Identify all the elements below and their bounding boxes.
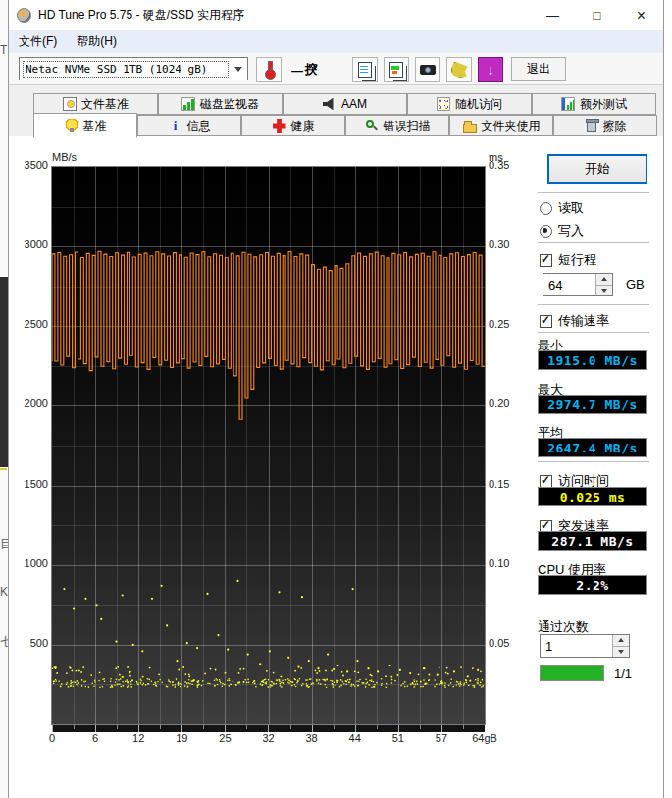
tab-info[interactable]: 信息 — [137, 115, 241, 136]
start-button[interactable]: 开始 — [547, 154, 647, 184]
tab-aam[interactable]: AAM — [283, 93, 407, 115]
x-tick-label: 51 — [392, 732, 404, 744]
menu-help[interactable]: 帮助(H) — [67, 30, 127, 53]
tabstrip: 文件基准 磁盘监视器 AAM 随机访问 额外测试 基准 信息 健康 错误扫描 文… — [9, 85, 663, 136]
benchmark-chart — [52, 167, 485, 724]
exit-button[interactable]: 退出 — [511, 57, 566, 81]
file-benchmark-icon — [63, 97, 77, 111]
hdtune-window: HD Tune Pro 5.75 - 硬盘/SSD 实用程序 — □ × 文件(… — [8, 0, 664, 798]
transfer-rate-checkbox[interactable]: 传输速率 — [540, 312, 609, 330]
x-tick-label: 57 — [436, 732, 447, 744]
background-window-strip: T 目 K 七 — [0, 0, 8, 798]
background-glyph: 目 — [0, 536, 8, 553]
temperature-value: 揬 — [305, 61, 318, 79]
menubar: 文件(F) 帮助(H) — [9, 30, 663, 53]
min-value-display: 1915.0 MB/s — [538, 350, 647, 370]
x-tick-label: 0 — [49, 732, 55, 744]
drive-select-value: Netac NVMe SSD 1TB (1024 gB) — [23, 61, 229, 78]
app-icon — [17, 8, 31, 23]
trash-icon — [587, 121, 596, 132]
maximize-button[interactable]: □ — [575, 0, 619, 30]
y-tick-label: 1000 — [11, 558, 48, 569]
short-stroke-size-value[interactable]: 64 — [543, 274, 595, 295]
short-stroke-checkbox[interactable]: 短行程 — [540, 251, 596, 269]
short-stroke-size-spinner[interactable]: 64 — [543, 273, 613, 296]
chart-canvas — [52, 167, 485, 724]
read-radio[interactable]: 读取 — [540, 199, 584, 217]
tab-folder-usage[interactable]: 文件夹使用 — [449, 115, 553, 136]
y-tick-label: 3000 — [11, 239, 48, 250]
update-button[interactable]: ↓ — [478, 57, 503, 82]
copy-image-icon — [389, 62, 403, 78]
random-access-icon — [437, 97, 450, 111]
toolbar: Netac NVMe SSD 1TB (1024 gB) — 揬 ↓ 退出 — [9, 53, 663, 85]
pass-count-value[interactable]: 1 — [541, 635, 612, 657]
info-icon — [169, 119, 182, 133]
y-tick-label: 500 — [11, 637, 48, 649]
drive-select[interactable]: Netac NVMe SSD 1TB (1024 gB) — [19, 57, 248, 80]
magnifier-icon — [365, 119, 379, 133]
menu-file[interactable]: 文件(F) — [9, 30, 67, 53]
x-tick-label: 44 — [349, 732, 361, 744]
checkbox-checked-icon[interactable] — [540, 254, 552, 267]
spinner-down-button[interactable] — [613, 647, 629, 658]
thermometer-icon — [263, 61, 276, 80]
tab-erase[interactable]: 擦除 — [553, 115, 657, 136]
pass-count-spinner[interactable]: 1 — [540, 634, 630, 658]
background-chart-fragment — [0, 277, 8, 467]
tab-extra-tests[interactable]: 额外测试 — [532, 93, 656, 115]
left-axis-unit: MB/s — [52, 151, 77, 163]
x-axis-ticks — [52, 725, 485, 732]
checkbox-checked-icon[interactable] — [540, 475, 552, 488]
hand-icon — [451, 62, 468, 78]
access-time-display: 0.025 ms — [538, 487, 647, 506]
download-arrow-icon: ↓ — [488, 62, 494, 78]
y-tick-label: 0.35 — [489, 159, 509, 171]
x-tick-label: 38 — [305, 732, 317, 744]
temperature-dash: — — [291, 64, 303, 78]
tab-file-benchmark[interactable]: 文件基准 — [33, 93, 158, 115]
tab-disk-monitor[interactable]: 磁盘监视器 — [158, 93, 283, 115]
radio-checked-icon[interactable] — [540, 225, 552, 238]
minimize-button[interactable]: — — [531, 0, 575, 30]
y-tick-label: 0.25 — [489, 318, 509, 330]
checkbox-checked-icon[interactable] — [540, 315, 552, 328]
y-tick-label: 0.20 — [489, 398, 509, 409]
extra-tests-icon — [561, 97, 575, 111]
copy-text-button[interactable] — [352, 57, 378, 82]
background-dots-fragment — [0, 468, 7, 470]
close-button[interactable]: × — [619, 0, 663, 30]
separator — [538, 304, 649, 305]
temperature-button[interactable] — [256, 57, 282, 82]
separator — [538, 192, 649, 193]
x-tick-label: 19 — [176, 732, 187, 744]
radio-icon[interactable] — [540, 202, 552, 215]
x-axis-labels: 06121925323844515764gB — [52, 732, 503, 746]
y-tick-label: 0.05 — [489, 637, 509, 649]
tab-random-access[interactable]: 随机访问 — [407, 93, 532, 115]
tab-health[interactable]: 健康 — [241, 115, 345, 136]
spinner-up-button[interactable] — [596, 274, 612, 286]
background-glyph: T — [0, 43, 7, 57]
avg-value-display: 2647.4 MB/s — [538, 438, 647, 457]
donate-button[interactable] — [446, 57, 472, 82]
x-tick-label: 25 — [219, 732, 231, 744]
x-tick-label: 32 — [262, 732, 274, 744]
screenshot-button[interactable] — [415, 57, 440, 82]
chevron-down-icon[interactable] — [230, 58, 247, 80]
screen: T 目 K 七 HD Tune Pro 5.75 - 硬盘/SSD 实用程序 —… — [0, 0, 672, 798]
benchmark-icon — [65, 119, 78, 133]
gb-unit-label: GB — [626, 277, 645, 292]
spinner-down-button[interactable] — [596, 286, 612, 296]
speaker-icon — [323, 97, 336, 111]
background-glyph: K — [0, 585, 8, 599]
spinner-up-button[interactable] — [613, 635, 629, 647]
copy-image-button[interactable] — [384, 57, 409, 82]
write-radio[interactable]: 写入 — [540, 222, 584, 239]
cpu-usage-display: 2.2% — [538, 575, 647, 595]
y-tick-label: 2500 — [11, 318, 48, 330]
tab-error-scan[interactable]: 错误扫描 — [345, 115, 449, 136]
tab-benchmark[interactable]: 基准 — [33, 113, 137, 138]
progress-fill — [541, 666, 603, 680]
copy-icon — [358, 62, 372, 78]
